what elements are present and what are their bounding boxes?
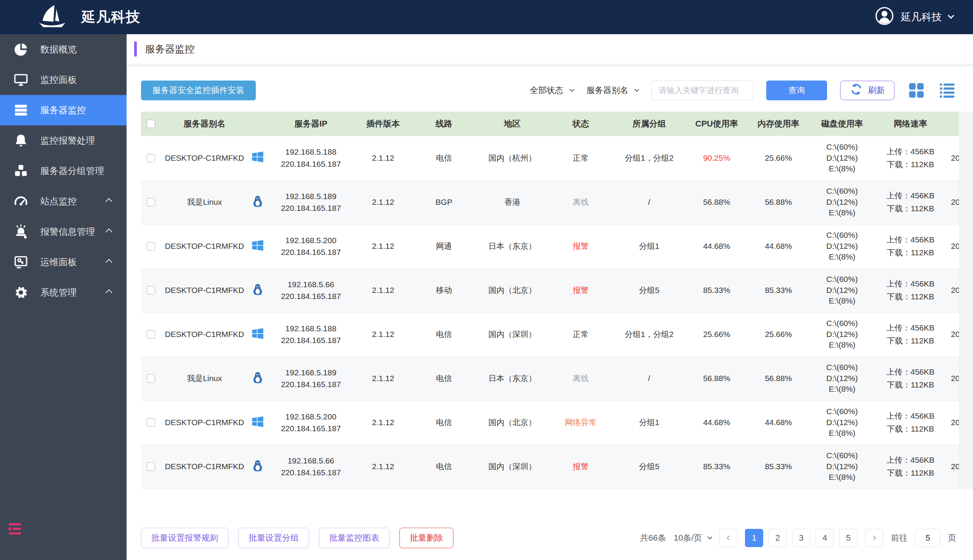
page-number-button[interactable]: 3: [792, 529, 810, 547]
main-content: 服务器监控 服务器安全监控插件安装 全部状态 服务器别名 查询: [127, 34, 973, 560]
batch-action-button[interactable]: 批量设置分组: [238, 528, 309, 548]
refresh-button[interactable]: 刷新: [840, 80, 895, 100]
line: BGP: [412, 180, 476, 224]
list-view-icon[interactable]: [938, 82, 956, 99]
cpu-usage: 25.66%: [703, 330, 730, 338]
table-row: DESKTOP-C1RMFKD 192.168.5.200220.184.165…: [141, 224, 959, 268]
memory-usage: 25.66%: [748, 136, 809, 180]
line: 网通: [412, 224, 476, 268]
brand: 延凡科技: [0, 5, 141, 30]
network-rate: 上传：456KB下载：112KB: [875, 400, 946, 445]
server-groups: 分组1: [613, 224, 685, 268]
plugin-version: 2.1.12: [355, 400, 412, 445]
line: 电信: [412, 357, 476, 400]
row-checkbox[interactable]: [147, 198, 155, 206]
server-ip: 192.168.5.66220.184.165.187: [267, 268, 355, 312]
page-number-button[interactable]: 1: [745, 529, 763, 547]
server-icon: [12, 102, 30, 119]
line: 电信: [412, 136, 476, 180]
row-checkbox[interactable]: [147, 374, 155, 383]
chevron-up-icon: [105, 228, 112, 235]
sidebar-item[interactable]: 系统管理: [0, 277, 127, 308]
batch-delete-button[interactable]: 批量删除: [399, 528, 454, 548]
row-checkbox[interactable]: [147, 286, 155, 295]
network-rate: 上传：456KB下载：112KB: [875, 180, 946, 224]
sidebar-item[interactable]: 报警信息管理: [0, 217, 127, 247]
server-alias: 我是Linux: [161, 180, 248, 224]
search-input[interactable]: [651, 80, 753, 100]
sidebar-item[interactable]: 运维面板: [0, 247, 127, 277]
network-rate: 上传：456KB下载：112KB: [875, 357, 946, 400]
prev-page-button[interactable]: [719, 529, 738, 547]
user-name: 延凡科技: [901, 10, 942, 24]
disk-usage: C:\(60%)D:\(12%)E:\(8%): [809, 136, 875, 180]
title-accent-bar: [134, 42, 137, 57]
region: 国内（杭州）: [476, 136, 549, 180]
batch-action-button[interactable]: 批量设置报警规则: [141, 528, 229, 548]
chevron-down-icon: [569, 87, 574, 92]
cpu-usage: 56.88%: [703, 374, 730, 383]
column-header: 服务器IP: [267, 112, 355, 136]
column-header: [248, 112, 267, 136]
sidebar-item[interactable]: 服务器分组管理: [0, 156, 127, 186]
sidebar-item[interactable]: 站点监控: [0, 186, 127, 217]
row-checkbox[interactable]: [147, 154, 155, 162]
cpu-usage: 85.33%: [703, 286, 730, 295]
sidebar-item[interactable]: 监控面板: [0, 65, 127, 95]
batch-action-button[interactable]: 批量监控图表: [319, 528, 390, 548]
status-filter-value: 全部状态: [530, 85, 563, 96]
select-all-header: [141, 112, 161, 136]
truncated-date: 202: [946, 445, 959, 488]
windows-icon: [252, 332, 264, 341]
collapse-sidebar-button[interactable]: [6, 523, 21, 537]
server-groups: 分组5: [613, 445, 685, 488]
memory-usage: 44.68%: [748, 224, 809, 268]
scrollbar-gutter[interactable]: [959, 112, 973, 489]
disk-usage: C:\(60%)D:\(12%)E:\(8%): [809, 224, 875, 268]
disk-usage: C:\(60%)D:\(12%)E:\(8%): [809, 400, 875, 445]
sidebar-item[interactable]: 服务器监控: [0, 95, 127, 125]
field-filter-select[interactable]: 服务器别名: [586, 85, 639, 96]
page-header: 服务器监控: [127, 34, 973, 64]
page-numbers: 12345: [745, 529, 858, 547]
grid-view-icon[interactable]: [908, 82, 925, 99]
column-header: 地区: [476, 112, 549, 136]
cpu-usage: 44.68%: [703, 242, 730, 250]
memory-usage: 25.66%: [748, 312, 809, 357]
query-button[interactable]: 查询: [766, 80, 827, 100]
line: 电信: [412, 312, 476, 357]
truncated-date: 202: [946, 136, 959, 180]
disk-usage: C:\(60%)D:\(12%)E:\(8%): [809, 357, 875, 400]
next-page-button[interactable]: [865, 529, 883, 547]
sidebar-item[interactable]: 监控报警处理: [0, 125, 127, 156]
network-rate: 上传：456KB下载：112KB: [875, 445, 946, 488]
region: 国内（深圳）: [476, 445, 549, 488]
bell-icon: [12, 132, 30, 149]
sidebar-item-label: 系统管理: [40, 287, 77, 298]
install-plugin-button[interactable]: 服务器安全监控插件安装: [141, 80, 256, 100]
row-checkbox[interactable]: [147, 330, 155, 338]
page-number-button[interactable]: 2: [769, 529, 787, 547]
linux-icon: [251, 465, 265, 474]
page-number-button[interactable]: 4: [816, 529, 834, 547]
status-filter-select[interactable]: 全部状态: [530, 85, 574, 96]
row-checkbox[interactable]: [147, 462, 155, 471]
row-checkbox[interactable]: [147, 242, 155, 250]
sidebar-item-label: 监控报警处理: [40, 135, 95, 147]
table-row: DESKTOP-C1RMFKD 192.168.5.66220.184.165.…: [141, 445, 959, 488]
sidebar-item[interactable]: 数据概览: [0, 34, 127, 65]
page-number-button[interactable]: 5: [839, 529, 858, 547]
goto-label: 前往: [891, 532, 908, 544]
truncated-date: 202: [946, 180, 959, 224]
column-header: [946, 112, 959, 136]
goto-page-input[interactable]: [915, 529, 940, 547]
user-menu[interactable]: 延凡科技: [875, 7, 973, 28]
column-header: 线路: [412, 112, 476, 136]
page-size-select[interactable]: 10条/页: [674, 532, 711, 544]
row-checkbox[interactable]: [147, 418, 155, 427]
status-badge: 报警: [573, 242, 589, 250]
server-ip: 192.168.5.200220.184.165.187: [267, 224, 355, 268]
server-alias: DESKTOP-C1RMFKD: [161, 400, 248, 445]
plugin-version: 2.1.12: [355, 357, 412, 400]
select-all-checkbox[interactable]: [147, 120, 155, 128]
